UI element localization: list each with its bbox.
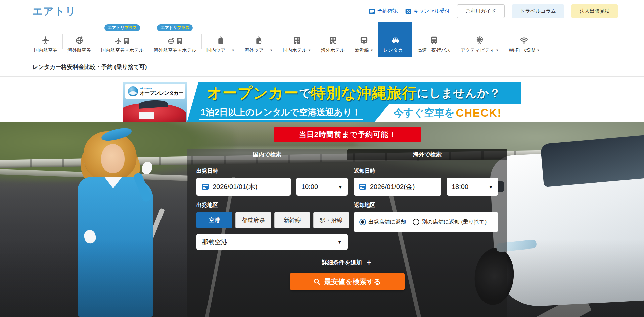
open-rentacar-logo-icon (128, 86, 138, 96)
departure-date-value: 2026/01/01(木) (213, 182, 257, 191)
banner-cta-text: 今すぐ空車を (394, 106, 455, 120)
nav-label: 海外ホテル (321, 47, 345, 53)
return-column: 返却日時 2026/01/02(金) 18:00 ▼ 返却地区 (354, 168, 498, 250)
calendar-icon (201, 183, 209, 191)
chevron-down-icon: ▼ (270, 49, 273, 52)
main-nav: 国内航空券 海外航空券 エアトリプラス 国内航空券＋ホテル エアトリプラス 海外… (0, 22, 644, 57)
globe-hotel-icon (167, 36, 183, 45)
globe-plane-icon (74, 36, 84, 45)
airport-select-value: 那覇空港 (202, 238, 227, 246)
nav-item-intl-flight-hotel[interactable]: エアトリプラス 海外航空券＋ホテル (149, 22, 201, 57)
corporate-quote-button[interactable]: 法人出張見積 (571, 4, 618, 18)
nav-item-rentacar[interactable]: レンタカー (378, 22, 412, 57)
booking-confirm-link[interactable]: 予約確認 (369, 8, 398, 15)
search-tabs: 国内で検索 海外で検索 (187, 149, 507, 160)
hotel-icon (292, 36, 302, 45)
tab-domestic-search[interactable]: 国内で検索 (187, 149, 347, 160)
same-day-booking-badge: 当日2時間前まで予約可能！ (274, 127, 421, 142)
calendar-icon (359, 183, 367, 191)
nav-item-highway-bus[interactable]: 高速・夜行バス (412, 22, 456, 57)
departure-datetime-label: 出発日時 (196, 168, 348, 175)
nav-label: 新幹線▼ (355, 47, 373, 53)
departure-time-select[interactable]: 10:00 ▼ (296, 178, 348, 196)
bus-icon (429, 36, 439, 45)
return-store-options: 出発店舗に返却 別の店舗に返却 (乗り捨て) (354, 212, 498, 232)
nav-item-intl-flight[interactable]: 海外航空券 (62, 22, 96, 57)
nav-label: 国内航空券 (34, 47, 57, 53)
radio-return-same-store[interactable]: 出発店舗に返却 (359, 219, 406, 226)
suitcase-globe-icon (254, 36, 264, 45)
chevron-down-icon: ▼ (370, 49, 373, 52)
return-datetime-label: 返却日時 (354, 168, 498, 175)
booking-check-icon (369, 8, 375, 15)
nav-label: レンタカー (383, 47, 407, 53)
booking-confirm-label: 予約確認 (377, 8, 398, 14)
nav-item-activity[interactable]: アクティビティ▼ (456, 22, 504, 57)
nav-label: Wi-Fi・eSIM▼ (509, 47, 540, 53)
chevron-down-icon: ▼ (488, 184, 493, 190)
chevron-down-icon: ▼ (337, 239, 342, 245)
header: エアトリ 予約確認 キャンセル受付 ご利用ガイド トラベルコラム 法人出張見積 (0, 0, 644, 22)
chevron-down-icon: ▼ (496, 49, 499, 52)
add-detail-conditions-link[interactable]: 詳細条件を追加 ＋ (196, 257, 498, 267)
plus-icon: ＋ (365, 257, 373, 267)
add-detail-conditions-label: 詳細条件を追加 (322, 259, 362, 266)
departure-date-input[interactable]: 2026/01/01(木) (196, 178, 291, 196)
nav-label: 高速・夜行バス (417, 47, 451, 53)
search-lowest-price-button[interactable]: 最安値を検索する (290, 273, 405, 290)
search-form: 出発日時 2026/01/01(木) 10:00 ▼ 出発地区 (187, 160, 507, 317)
hero-section: 当日2時間前まで予約可能！ 国内で検索 海外で検索 出発日時 2026/01/0… (0, 122, 644, 317)
radio-return-other-store[interactable]: 別の店舗に返却 (乗り捨て) (413, 219, 487, 226)
nav-label: 国内ホテル▼ (283, 47, 311, 53)
nav-item-intl-hotel[interactable]: 海外ホテル (316, 22, 350, 57)
cancel-desk-link[interactable]: キャンセル受付 (405, 8, 450, 15)
nav-item-domestic-hotel[interactable]: 国内ホテル▼ (278, 22, 316, 57)
search-icon (313, 278, 321, 285)
nav-label: アクティビティ▼ (461, 47, 499, 53)
return-date-input[interactable]: 2026/01/02(金) (354, 178, 441, 196)
return-date-value: 2026/01/02(金) (370, 182, 415, 191)
nav-item-shinkansen[interactable]: 新幹線▼ (350, 22, 378, 57)
nav-label: 国内ツアー▼ (206, 47, 235, 53)
area-button-station[interactable]: 駅・沿線 (313, 212, 349, 228)
header-right: 予約確認 キャンセル受付 ご利用ガイド トラベルコラム 法人出張見積 (369, 4, 618, 18)
radio-label: 別の店舗に返却 (乗り捨て) (422, 219, 487, 226)
suitcase-icon (216, 36, 226, 45)
chevron-down-icon: ▼ (338, 184, 343, 190)
nav-item-domestic-tour[interactable]: 国内ツアー▼ (201, 22, 240, 57)
banner-subtitle: 1泊2日以上のレンタルで空港送迎あり！ (187, 104, 374, 122)
travel-column-button[interactable]: トラベルコラム (512, 4, 564, 18)
nav-item-intl-tour[interactable]: 海外ツアー▼ (240, 22, 278, 57)
airtrip-rentacar-page: エアトリ 予約確認 キャンセル受付 ご利用ガイド トラベルコラム 法人出張見積 … (0, 0, 644, 317)
return-time-value: 18:00 (452, 183, 468, 191)
chevron-down-icon: ▼ (537, 49, 540, 52)
nav-label: 海外航空券＋ホテル (154, 47, 196, 53)
plane-hotel-icon (114, 36, 130, 45)
departure-area-label: 出発地区 (196, 202, 348, 209)
wifi-icon (519, 36, 529, 45)
area-button-prefecture[interactable]: 都道府県 (235, 212, 271, 228)
return-time-select[interactable]: 18:00 ▼ (447, 178, 498, 196)
chevron-down-icon: ▼ (232, 49, 235, 52)
airport-select[interactable]: 那覇空港 ▼ (196, 234, 348, 250)
airtrip-plus-badge: エアトリプラス (157, 24, 193, 31)
chevron-down-icon: ▼ (308, 49, 311, 52)
banner-title: オープンカーで特別な沖縄旅行にしませんか？ (187, 82, 521, 104)
nav-item-domestic-flight[interactable]: 国内航空券 (29, 22, 62, 57)
radio-selected-icon (359, 219, 366, 225)
departure-time-value: 10:00 (301, 183, 318, 191)
red-convertible-photo (123, 103, 186, 122)
cancel-icon (405, 8, 412, 15)
area-button-shinkansen[interactable]: 新幹線 (274, 212, 310, 228)
banner-cta[interactable]: 今すぐ空車を CHECK! (374, 104, 521, 122)
nav-item-wifi-esim[interactable]: Wi-Fi・eSIM▼ (504, 22, 545, 57)
airtrip-plus-badge: エアトリプラス (105, 24, 140, 31)
banner-bottom: 1泊2日以上のレンタルで空港送迎あり！ 今すぐ空車を CHECK! (187, 104, 521, 122)
nav-item-domestic-flight-hotel[interactable]: エアトリプラス 国内航空券＋ホテル (96, 22, 149, 57)
okinawa-open-rentacar-banner[interactable]: okinawa オープンレンタカー オープンカーで特別な沖縄旅行にしませんか？ … (123, 82, 521, 122)
usage-guide-button[interactable]: ご利用ガイド (457, 4, 504, 18)
tab-overseas-search[interactable]: 海外で検索 (347, 149, 507, 160)
area-button-airport[interactable]: 空港 (196, 212, 232, 228)
car-icon (390, 36, 401, 45)
airtrip-logo[interactable]: エアトリ (32, 4, 76, 18)
